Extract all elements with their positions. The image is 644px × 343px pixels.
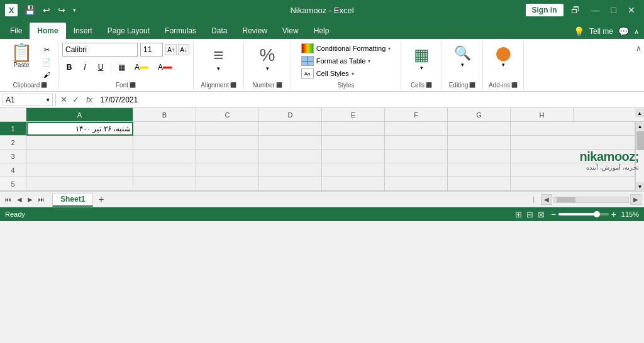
cell-C3[interactable] <box>196 150 259 163</box>
row-header-1[interactable]: 1 <box>0 122 26 136</box>
font-size-input[interactable] <box>140 43 163 57</box>
font-size-decrease-button[interactable]: A↓ <box>178 44 189 55</box>
undo-qa-button[interactable]: ↩ <box>41 4 52 16</box>
tab-page-layout[interactable]: Page Layout <box>100 23 157 39</box>
zoom-track[interactable] <box>558 213 609 215</box>
editing-button[interactable]: 🔍 ▾ <box>449 43 476 70</box>
comment-icon[interactable]: 💬 <box>618 26 629 36</box>
scrollbar-thumb[interactable] <box>636 131 644 150</box>
cell-F5[interactable] <box>385 177 448 191</box>
sheet-first-button[interactable]: ⏮ <box>3 195 14 204</box>
tab-help[interactable]: Help <box>306 23 337 39</box>
format-painter-button[interactable]: 🖌 <box>39 69 54 80</box>
cell-F3[interactable] <box>385 150 448 163</box>
cell-D3[interactable] <box>259 150 322 163</box>
cell-B4[interactable] <box>133 163 196 177</box>
cell-E5[interactable] <box>322 177 385 191</box>
page-layout-view-button[interactable]: ⊟ <box>525 210 535 219</box>
cell-G5[interactable] <box>448 177 511 191</box>
tab-home[interactable]: Home <box>30 23 65 39</box>
cell-H5[interactable] <box>511 177 635 191</box>
number-expand-icon[interactable]: ⬛ <box>276 82 282 88</box>
cells-button[interactable]: ▦ ▾ <box>409 43 435 74</box>
cell-C5[interactable] <box>196 177 259 191</box>
cancel-formula-button[interactable]: ✕ <box>58 95 69 104</box>
cell-E4[interactable] <box>322 163 385 177</box>
tab-review[interactable]: Review <box>235 23 274 39</box>
cell-A4[interactable] <box>26 163 133 177</box>
sheet-next-button[interactable]: ▶ <box>25 195 35 204</box>
zoom-thumb[interactable] <box>594 211 600 217</box>
cell-G4[interactable] <box>448 163 511 177</box>
maximize-window-button[interactable]: □ <box>608 4 620 16</box>
cell-A5[interactable] <box>26 177 133 191</box>
confirm-formula-button[interactable]: ✓ <box>70 95 81 104</box>
cell-E1[interactable] <box>322 122 385 136</box>
close-window-button[interactable]: ✕ <box>624 4 639 16</box>
cell-G3[interactable] <box>448 150 511 163</box>
cell-D2[interactable] <box>259 136 322 150</box>
cell-E2[interactable] <box>322 136 385 150</box>
save-qa-button[interactable]: 💾 <box>23 4 37 16</box>
editing-expand-icon[interactable]: ⬛ <box>469 82 475 88</box>
addins-button[interactable]: ⬤ ▾ <box>491 43 516 70</box>
alignment-button[interactable]: ≡ ▾ <box>208 43 228 74</box>
addins-expand-icon[interactable]: ⬛ <box>511 82 518 88</box>
add-sheet-button[interactable]: + <box>93 194 109 205</box>
tab-insert[interactable]: Insert <box>66 23 100 39</box>
clipboard-expand-icon[interactable]: ⬛ <box>41 82 47 88</box>
normal-view-button[interactable]: ⊞ <box>514 210 523 219</box>
row-header-4[interactable]: 4 <box>0 163 26 177</box>
row-header-2[interactable]: 2 <box>0 136 26 150</box>
conditional-formatting-button[interactable]: Conditional Formatting ▾ <box>299 43 394 54</box>
tab-file[interactable]: File <box>3 23 30 39</box>
cell-G1[interactable] <box>448 122 511 136</box>
cell-B3[interactable] <box>133 150 196 163</box>
cell-F1[interactable] <box>385 122 448 136</box>
col-header-D[interactable]: D <box>259 108 322 121</box>
cell-B1[interactable] <box>133 122 196 136</box>
name-box[interactable]: A1 ▾ <box>3 94 53 106</box>
cell-F2[interactable] <box>385 136 448 150</box>
cell-styles-button[interactable]: Aa Cell Styles ▾ <box>299 68 394 79</box>
zoom-plus-button[interactable]: + <box>611 209 616 219</box>
tab-data[interactable]: Data <box>204 23 235 39</box>
cell-E3[interactable] <box>322 150 385 163</box>
sheet-prev-button[interactable]: ◀ <box>14 195 25 204</box>
cell-F4[interactable] <box>385 163 448 177</box>
cell-A2[interactable] <box>26 136 133 150</box>
sheet-last-button[interactable]: ⏭ <box>36 195 47 204</box>
cell-D1[interactable] <box>259 122 322 136</box>
cell-D4[interactable] <box>259 163 322 177</box>
cells-expand-icon[interactable]: ⬛ <box>426 82 432 88</box>
horizontal-scroll-left-button[interactable]: ◀ <box>541 194 552 205</box>
italic-button[interactable]: I <box>78 60 92 74</box>
cell-C1[interactable] <box>196 122 259 136</box>
font-name-input[interactable] <box>62 43 138 57</box>
qa-dropdown-button[interactable]: ▾ <box>71 6 78 14</box>
cell-A3[interactable] <box>26 150 133 163</box>
scroll-right-button[interactable]: ▲ <box>635 109 644 117</box>
paste-button[interactable]: 📋 Paste <box>6 43 36 70</box>
redo-qa-button[interactable]: ↪ <box>56 4 67 16</box>
col-header-B[interactable]: B <box>133 108 196 121</box>
zoom-minus-button[interactable]: − <box>551 209 556 219</box>
col-header-G[interactable]: G <box>448 108 511 121</box>
restore-window-button[interactable]: 🗗 <box>567 4 584 16</box>
alignment-expand-icon[interactable]: ⬛ <box>230 82 236 88</box>
font-expand-icon[interactable]: ⬛ <box>130 82 136 88</box>
tab-formulas[interactable]: Formulas <box>157 23 204 39</box>
formula-input[interactable] <box>97 94 641 106</box>
format-as-table-button[interactable]: Format as Table ▾ <box>299 55 394 67</box>
fill-color-button[interactable]: A <box>131 60 152 74</box>
cell-H2[interactable] <box>511 136 635 150</box>
cell-G2[interactable] <box>448 136 511 150</box>
cell-B5[interactable] <box>133 177 196 191</box>
horizontal-scrollbar-thumb[interactable] <box>557 197 575 202</box>
underline-button[interactable]: U <box>94 60 108 74</box>
cell-D5[interactable] <box>259 177 322 191</box>
ribbon-expand-button[interactable]: ∧ <box>636 44 641 53</box>
col-header-A[interactable]: A <box>26 108 133 121</box>
cell-C2[interactable] <box>196 136 259 150</box>
cell-B2[interactable] <box>133 136 196 150</box>
